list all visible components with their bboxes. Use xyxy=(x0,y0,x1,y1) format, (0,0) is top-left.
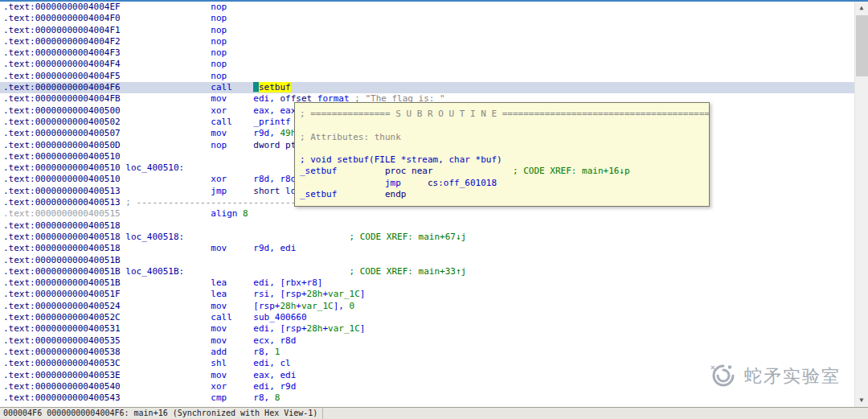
operand: r8d, r8d xyxy=(253,174,296,184)
mnemonic: add xyxy=(211,347,253,357)
operand: sub_400660 xyxy=(253,312,306,322)
disassembly-line[interactable]: .text:000000000040051B xyxy=(3,255,854,266)
line-address: .text:00000000004004F3 xyxy=(3,47,121,58)
tooltip-text: ; Attributes: thunk xyxy=(300,132,401,142)
disassembly-line[interactable]: .text:0000000000400543 cmp r8, 8 xyxy=(3,392,854,404)
line-address: .text:00000000004004F6 xyxy=(3,82,121,92)
operand: _printf xyxy=(253,117,290,127)
comment: ; CODE XREF: main+33↑j xyxy=(350,266,467,277)
operand: rsi, [rsp+ xyxy=(253,289,306,299)
disassembly-line[interactable]: .text:0000000000400515 align 8 xyxy=(3,208,854,220)
scrollbar-thumb[interactable] xyxy=(856,15,868,76)
line-address: .text:0000000000400515 xyxy=(3,208,121,219)
operand: [rsp+ xyxy=(253,301,280,311)
disassembly-line[interactable]: .text:000000000040052C call sub_400660 xyxy=(3,312,854,323)
line-address: .text:000000000040051B xyxy=(3,266,121,277)
tooltip-text: ; CODE XREF: main+16↓p xyxy=(513,166,630,176)
disassembly-line[interactable]: .text:00000000004004F2 nop xyxy=(3,36,854,47)
operand: edi, xyxy=(253,93,280,104)
mnemonic: lea xyxy=(211,289,253,299)
line-address: .text:0000000000400507 xyxy=(3,128,121,138)
operand: r8, xyxy=(253,347,275,357)
disassembly-line[interactable]: .text:00000000004004F5 nop xyxy=(3,71,854,82)
line-address: .text:00000000004004EF xyxy=(3,2,121,12)
status-bar: 000004F6 00000000004004F6: main+16 (Sync… xyxy=(0,407,868,419)
disassembly-line[interactable]: .text:00000000004004F0 nop xyxy=(3,13,854,24)
operand: edi, [rbx+r8] xyxy=(253,277,322,288)
line-address: .text:00000000004004F2 xyxy=(3,36,121,47)
line-address: .text:0000000000400513 xyxy=(3,186,121,196)
line-address: .text:0000000000400538 xyxy=(3,347,121,357)
mnemonic: mov xyxy=(211,301,253,311)
code-label: loc_40051B: xyxy=(125,266,184,277)
line-address: .text:00000000004004F1 xyxy=(3,25,121,35)
tooltip-line xyxy=(300,120,704,131)
mnemonic: xor xyxy=(211,174,253,184)
mnemonic: mov xyxy=(211,370,253,380)
operand: ], xyxy=(334,301,350,311)
line-address: .text:0000000000400510 xyxy=(3,162,121,173)
disassembly-line[interactable]: .text:0000000000400518 mov r9d, edi xyxy=(3,243,854,254)
mnemonic: cmp xyxy=(211,392,253,403)
disassembly-line[interactable]: .text:00000000004004F3 nop xyxy=(3,47,854,59)
disassembly-line[interactable]: .text:0000000000400518 xyxy=(3,220,854,232)
tooltip-line: ; Attributes: thunk xyxy=(300,132,704,143)
disassembly-line[interactable]: .text:000000000040051B lea edi, [rbx+r8] xyxy=(3,277,854,289)
line-address: .text:00000000004004F0 xyxy=(3,13,121,23)
operand: ecx, r8d xyxy=(253,335,296,346)
line-address: .text:0000000000400543 xyxy=(3,392,121,403)
operand: r8, xyxy=(253,392,275,403)
disassembly-line[interactable]: .text:000000000040051B loc_40051B: ; COD… xyxy=(3,266,854,277)
operand: 8 xyxy=(243,208,248,219)
disassembly-line[interactable]: .text:0000000000400518 loc_400518: ; COD… xyxy=(3,232,854,243)
mnemonic: call xyxy=(211,117,253,127)
disassembly-line[interactable]: .text:00000000004004F6 call _setbuf xyxy=(0,82,854,93)
mnemonic: nop xyxy=(211,140,253,150)
subroutine-tooltip: ; =============== S U B R O U T I N E ==… xyxy=(294,102,710,207)
tooltip-text: endp xyxy=(385,189,407,199)
mnemonic: align xyxy=(211,208,243,219)
tooltip-text: jmp xyxy=(385,178,428,188)
operand: eax, edi xyxy=(253,370,296,380)
disassembly-line[interactable]: .text:0000000000400535 mov ecx, r8d xyxy=(3,335,854,347)
disassembly-line[interactable]: .text:0000000000400538 add r8, 1 xyxy=(3,347,854,358)
operand: eax, eax xyxy=(253,105,296,116)
mnemonic: mov xyxy=(211,323,253,334)
operand: 8 xyxy=(275,392,280,403)
tooltip-text: _setbuf xyxy=(300,166,337,176)
line-address: .text:0000000000400535 xyxy=(3,335,121,346)
operand: r9d, edi xyxy=(253,243,296,253)
tooltip-text: proc near xyxy=(385,166,433,176)
scroll-up-icon[interactable]: ▲ xyxy=(855,2,868,14)
line-address: .text:0000000000400518 xyxy=(3,220,121,231)
scroll-down-icon[interactable]: ▼ xyxy=(855,394,868,407)
highlighted-token[interactable]: setbuf xyxy=(259,82,291,92)
disassembly-line[interactable]: .text:00000000004004F1 nop xyxy=(3,25,854,36)
line-address: .text:0000000000400524 xyxy=(3,301,121,311)
mnemonic: xor xyxy=(211,105,253,116)
text-cursor: _ xyxy=(253,82,259,92)
disassembly-line[interactable]: .text:00000000004004F4 nop xyxy=(3,59,854,70)
operand: ] xyxy=(360,289,366,299)
watermark-logo-icon xyxy=(706,362,739,391)
disassembly-line[interactable]: .text:00000000004004EF nop xyxy=(3,2,854,13)
mnemonic: nop xyxy=(211,71,253,81)
operand: var_1C xyxy=(301,301,334,311)
watermark: 蛇矛实验室 xyxy=(706,362,841,391)
disassembly-line[interactable]: .text:000000000040051F lea rsi, [rsp+28h… xyxy=(3,289,854,300)
line-address: .text:000000000040051F xyxy=(3,289,121,299)
tooltip-line: _setbuf proc near ; CODE XREF: main+16↓p xyxy=(300,166,704,177)
operand: r9d, xyxy=(253,128,280,138)
mnemonic: call xyxy=(211,82,253,92)
mnemonic: mov xyxy=(211,243,253,253)
operand: + xyxy=(296,301,301,311)
line-address: .text:0000000000400500 xyxy=(3,105,121,116)
operand: 1 xyxy=(275,347,280,357)
mnemonic: call xyxy=(211,312,253,322)
disassembly-line[interactable]: .text:0000000000400524 mov [rsp+28h+var_… xyxy=(3,301,854,312)
vertical-scrollbar[interactable]: ▲ ▼ xyxy=(854,2,868,407)
disassembly-line[interactable]: .text:0000000000400531 mov edi, [rsp+28h… xyxy=(3,323,854,335)
line-address: .text:000000000040052C xyxy=(3,312,121,322)
mnemonic: xor xyxy=(211,381,253,392)
comment: ; CODE XREF: main+67↓j xyxy=(350,232,467,242)
